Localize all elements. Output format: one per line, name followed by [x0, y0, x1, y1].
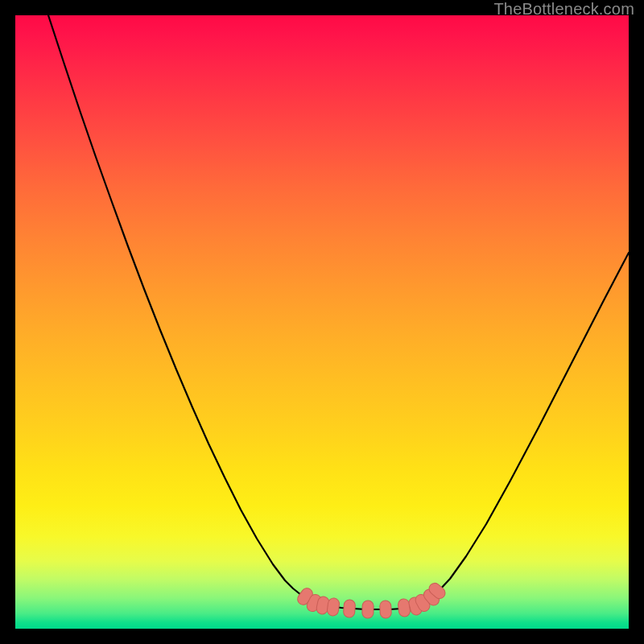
plot-area [15, 15, 629, 629]
outer-frame: TheBottleneck.com [0, 0, 644, 644]
watermark-text: TheBottleneck.com [0, 0, 644, 19]
